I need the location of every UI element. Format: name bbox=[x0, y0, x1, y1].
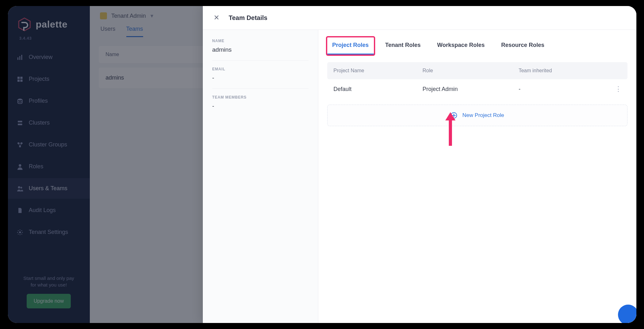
sidebar-item-audit-logs[interactable]: Audit Logs bbox=[8, 200, 90, 221]
sidebar-item-label: Roles bbox=[29, 163, 43, 170]
email-label: EMAIL bbox=[212, 67, 309, 71]
upgrade-button[interactable]: Upgrade now bbox=[27, 294, 71, 308]
sidebar-item-users-teams[interactable]: Users & Teams bbox=[8, 178, 90, 199]
sidebar-item-label: Overview bbox=[29, 54, 53, 61]
tab-resource-roles[interactable]: Resource Roles bbox=[496, 37, 549, 55]
promo-line-2: for what you use! bbox=[30, 282, 67, 287]
sidebar-item-label: Tenant Settings bbox=[29, 229, 68, 235]
cell-project: Default bbox=[327, 80, 416, 98]
col-project-name: Project Name bbox=[327, 62, 416, 79]
svg-rect-4 bbox=[17, 77, 20, 79]
cell-inherited: - bbox=[512, 80, 608, 98]
svg-rect-1 bbox=[17, 57, 18, 60]
tab-project-roles[interactable]: Project Roles bbox=[327, 37, 374, 55]
app-window: palette 3.4.43 Overview Projects bbox=[8, 6, 636, 323]
stack-icon bbox=[17, 98, 23, 104]
gear-icon bbox=[17, 229, 23, 235]
members-label: TEAM MEMBERS bbox=[212, 95, 309, 100]
panel-info-column: NAME admins EMAIL - TEAM MEMBERS - bbox=[203, 30, 318, 323]
sidebar-nav: Overview Projects Profiles bbox=[8, 47, 90, 242]
project-roles-table: Project Name Role Team inherited Default… bbox=[327, 62, 627, 99]
svg-point-16 bbox=[20, 187, 22, 189]
tab-users[interactable]: Users bbox=[101, 26, 116, 37]
sidebar: palette 3.4.43 Overview Projects bbox=[8, 6, 90, 323]
sidebar-footer: Start small and only pay for what you us… bbox=[8, 275, 90, 317]
grid-icon bbox=[17, 76, 23, 82]
sidebar-item-projects[interactable]: Projects bbox=[8, 69, 90, 89]
svg-rect-5 bbox=[20, 77, 23, 79]
logo: palette bbox=[8, 12, 90, 34]
svg-point-14 bbox=[19, 164, 21, 167]
cluster-icon bbox=[17, 120, 23, 126]
col-inherited: Team inherited bbox=[512, 62, 608, 79]
help-chat-button[interactable] bbox=[618, 305, 636, 323]
chart-icon bbox=[17, 54, 23, 61]
scope-selector[interactable]: Tenant Admin bbox=[111, 13, 146, 19]
kebab-menu-icon[interactable]: ⋮ bbox=[615, 85, 622, 93]
logo-icon bbox=[17, 17, 31, 31]
table-header: Project Name Role Team inherited bbox=[327, 62, 627, 79]
promo-line-1: Start small and only pay bbox=[23, 275, 74, 281]
close-icon[interactable]: ✕ bbox=[212, 13, 221, 23]
logo-text: palette bbox=[36, 19, 68, 30]
chevron-down-icon: ▾ bbox=[150, 12, 153, 19]
new-project-role-button[interactable]: New Project Role bbox=[327, 105, 627, 126]
svg-point-15 bbox=[18, 186, 20, 188]
panel-header: ✕ Team Details bbox=[203, 6, 636, 30]
people-icon bbox=[17, 185, 23, 192]
email-value: - bbox=[212, 71, 309, 89]
team-details-panel: ✕ Team Details NAME admins EMAIL - TEAM … bbox=[203, 6, 636, 323]
col-actions bbox=[608, 62, 627, 79]
svg-rect-7 bbox=[20, 80, 23, 82]
sidebar-item-label: Audit Logs bbox=[29, 207, 56, 214]
name-value: admins bbox=[212, 43, 309, 61]
sidebar-item-profiles[interactable]: Profiles bbox=[8, 91, 90, 111]
sidebar-item-overview[interactable]: Overview bbox=[8, 47, 90, 68]
sidebar-item-cluster-groups[interactable]: Cluster Groups bbox=[8, 134, 90, 155]
svg-rect-9 bbox=[18, 121, 22, 122]
tab-tenant-roles[interactable]: Tenant Roles bbox=[380, 37, 426, 55]
sidebar-item-label: Projects bbox=[29, 76, 50, 82]
tab-teams[interactable]: Teams bbox=[126, 26, 143, 37]
svg-rect-6 bbox=[17, 80, 20, 82]
members-value: - bbox=[212, 100, 309, 117]
promo-text: Start small and only pay for what you us… bbox=[16, 275, 82, 288]
svg-point-8 bbox=[18, 99, 22, 100]
plus-circle-icon bbox=[450, 112, 457, 119]
name-label: NAME bbox=[212, 39, 309, 43]
svg-rect-10 bbox=[18, 124, 22, 125]
role-tabs: Project Roles Tenant Roles Workspace Rol… bbox=[327, 37, 627, 55]
table-row: Default Project Admin - ⋮ bbox=[327, 79, 627, 99]
sidebar-item-label: Profiles bbox=[29, 98, 48, 104]
panel-title: Team Details bbox=[229, 14, 268, 22]
new-project-role-label: New Project Role bbox=[462, 112, 504, 119]
svg-rect-2 bbox=[19, 56, 20, 60]
scope-badge-icon bbox=[100, 12, 107, 19]
sidebar-item-label: Users & Teams bbox=[29, 185, 68, 192]
person-icon bbox=[17, 164, 23, 170]
document-icon bbox=[17, 207, 23, 214]
nodes-icon bbox=[17, 142, 23, 148]
sidebar-item-clusters[interactable]: Clusters bbox=[8, 113, 90, 133]
svg-rect-3 bbox=[21, 55, 22, 60]
sidebar-item-roles[interactable]: Roles bbox=[8, 156, 90, 177]
cell-role: Project Admin bbox=[416, 80, 512, 98]
sidebar-item-tenant-settings[interactable]: Tenant Settings bbox=[8, 222, 90, 242]
col-role: Role bbox=[416, 62, 512, 79]
sidebar-item-label: Cluster Groups bbox=[29, 141, 67, 148]
sidebar-item-label: Clusters bbox=[29, 119, 50, 126]
panel-roles-column: Project Roles Tenant Roles Workspace Rol… bbox=[318, 30, 636, 323]
svg-point-17 bbox=[19, 231, 21, 233]
app-version: 3.4.43 bbox=[8, 34, 90, 47]
tab-workspace-roles[interactable]: Workspace Roles bbox=[432, 37, 490, 55]
